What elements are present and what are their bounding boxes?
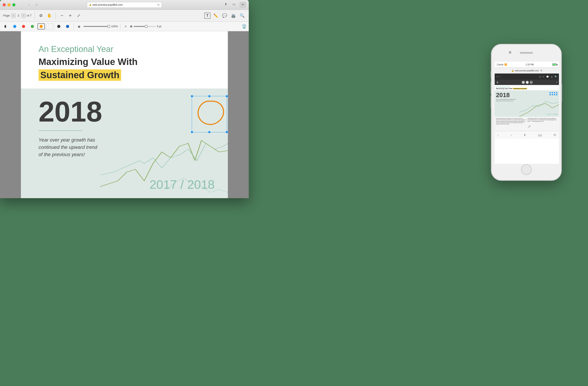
iphone-menu-icon[interactable]: ≡ (556, 81, 557, 84)
handle-br[interactable] (226, 131, 228, 133)
url-bar[interactable]: 🔒 web-preview.pspdfkit.com ↻ (87, 2, 162, 8)
title-bar: ‹ › □ 🔒 web-preview.pspdfkit.com ↻ ⬆ ▭ + (0, 0, 249, 10)
home-button[interactable] (521, 164, 532, 175)
iphone-comment-icon[interactable]: 💬 (546, 76, 549, 78)
stroke-track[interactable] (134, 26, 156, 27)
iphone-color-white[interactable] (526, 81, 529, 84)
iphone-pdf-lower: 2018 Year over year growth has continued… (495, 90, 559, 117)
iphone-print-icon[interactable]: 🖨 (551, 76, 553, 78)
iphone-pdf-title: An Exceptional Year (496, 86, 558, 88)
stroke-slider[interactable]: 5 pt (130, 25, 161, 28)
iphone-url-bar[interactable]: 🔒 web-preview.pspdfkit.com ↻ (495, 67, 559, 74)
iphone-trash-icon[interactable]: 🗑 (496, 81, 498, 84)
nav-arrows: ‹ › (19, 2, 32, 7)
maximize-button[interactable] (12, 3, 15, 6)
color-white-button[interactable] (46, 23, 54, 29)
iphone-tabs-icon[interactable]: ⧉ (554, 133, 556, 137)
pdf-viewer[interactable]: An Exceptional Year Maximizing Value Wit… (0, 31, 249, 198)
text-tool-icon[interactable]: T (204, 13, 210, 19)
next-page-button[interactable]: › (21, 13, 26, 18)
delete-annotation-button[interactable]: 🗑️ (242, 24, 247, 29)
forward-button[interactable]: › (26, 2, 32, 7)
iphone-chart-year: 2017 / 2018 (547, 113, 558, 115)
right-toolbar: T ✏️ 💬 🖨️ 🔍 (204, 12, 246, 19)
volume-up-button[interactable] (491, 82, 492, 93)
color-dark-button[interactable] (55, 23, 63, 29)
handle-tr[interactable] (226, 95, 228, 97)
opacity-icon-button[interactable]: ◉ (76, 23, 82, 29)
stroke-thumb[interactable] (145, 25, 148, 28)
color-orange-button[interactable] (37, 23, 45, 29)
color-blue2-button[interactable] (64, 23, 71, 29)
iphone-search-icon[interactable]: 🔍 (555, 76, 557, 78)
iphone-color-options (522, 81, 533, 84)
sidebar-toggle[interactable]: □ (33, 2, 40, 7)
opacity-slider[interactable]: 100% (84, 25, 118, 28)
dark-color-icon (57, 25, 60, 28)
color-blue-button[interactable] (11, 23, 19, 29)
menu-icon-button[interactable]: ≡ (123, 23, 129, 29)
battery-fill (553, 64, 556, 65)
iphone-color-gray[interactable] (522, 81, 525, 84)
share-icon[interactable]: ⬆ (223, 2, 229, 7)
camera (509, 51, 511, 54)
iphone-toolbar-icons: ⊡ ✏ 💬 🖨 🔍 (539, 76, 557, 78)
green-color-icon (31, 25, 34, 28)
iphone-reload-icon[interactable]: ↻ (541, 69, 542, 72)
pdf-title: An Exceptional Year (39, 44, 210, 54)
back-button[interactable]: ‹ (19, 2, 25, 7)
pdf-divider (39, 130, 83, 131)
color-red-button[interactable] (20, 23, 27, 29)
iphone-pdf-subtitle-prefix: Maximizing Value With (496, 88, 512, 89)
handle-bl[interactable] (191, 131, 193, 133)
carrier-info: Carrier 📶 (497, 64, 507, 66)
iphone-forward-arrow[interactable]: › (511, 133, 512, 137)
new-tab-button[interactable]: + (239, 2, 246, 8)
reader-view-icon[interactable]: ▭ (231, 2, 237, 7)
color-black-white-button[interactable] (2, 23, 10, 29)
zoom-out-button[interactable]: − (58, 12, 65, 19)
opacity-track[interactable] (84, 26, 110, 27)
settings-button[interactable]: ⚙ (37, 12, 44, 19)
wifi-icon: 📶 (504, 64, 507, 66)
annotation-toolbar: ◉ 100% ≡ 5 pt 🗑️ (0, 21, 249, 31)
iphone-back-arrow[interactable]: ‹ (498, 133, 499, 137)
search-icon[interactable]: 🔍 (239, 12, 246, 19)
blue-dot-6 (552, 94, 553, 95)
handle-tm[interactable] (208, 95, 210, 97)
current-page: 2 (17, 14, 20, 17)
iphone-bottom-bar: ‹ › ⬆ 📖 ⧉ (495, 131, 559, 139)
blue-dot-7 (554, 94, 555, 95)
blue-color-icon (13, 25, 16, 28)
traffic-lights (3, 3, 15, 6)
zoom-in-button[interactable]: + (67, 12, 74, 19)
iphone-screen[interactable]: Carrier 📶 1:33 PM 🔒 web-preview.pspdfkit… (495, 62, 559, 164)
pdf-upper-section: An Exceptional Year Maximizing Value Wit… (21, 31, 228, 88)
hand-tool-button[interactable]: ✋ (46, 12, 53, 19)
iphone-bookmark-icon[interactable]: 📖 (538, 133, 542, 137)
iphone-pen-icon[interactable]: ✏ (543, 76, 545, 78)
iphone-share-button[interactable]: ⬆ (524, 133, 526, 137)
carrier-name: Carrier (497, 64, 504, 66)
fit-page-button[interactable]: ⤢ (75, 12, 82, 19)
reload-button[interactable]: ↻ (157, 3, 160, 7)
selection-box[interactable] (192, 96, 227, 132)
carrier-bar: Carrier 📶 1:33 PM (495, 62, 559, 67)
iphone-crop-icon[interactable]: ⊡ (539, 76, 541, 78)
close-button[interactable] (3, 3, 6, 6)
iphone-color-dark[interactable] (530, 81, 533, 84)
pdf-chart-year: 2017 / 2018 (149, 177, 215, 192)
color-green-button[interactable] (29, 23, 36, 29)
handle-tl[interactable] (191, 95, 193, 97)
power-button[interactable] (561, 84, 562, 102)
volume-down-button[interactable] (491, 96, 492, 108)
comment-tool-icon[interactable]: 💬 (221, 12, 228, 19)
minimize-button[interactable] (7, 3, 11, 6)
prev-page-button[interactable]: ‹ (11, 13, 16, 18)
opacity-thumb[interactable] (107, 25, 110, 28)
iphone-body-text-right: Looking back at 2018, I can humbly claim… (527, 118, 558, 129)
handle-bm[interactable] (208, 131, 210, 133)
print-icon[interactable]: 🖨️ (230, 12, 237, 19)
mute-button[interactable] (491, 71, 492, 78)
ink-tool-icon[interactable]: ✏️ (212, 12, 219, 19)
